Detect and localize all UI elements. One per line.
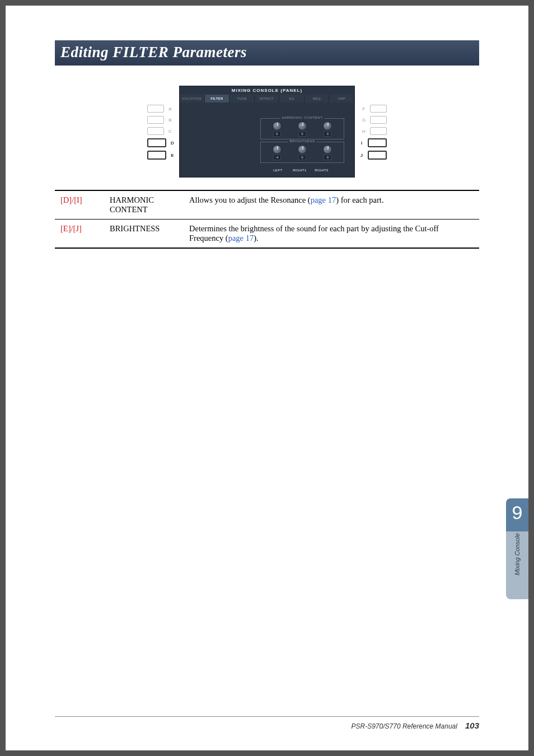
section-title: Editing FILTER Parameters	[55, 40, 479, 66]
panel-button-i: I	[358, 138, 387, 147]
desc-text: ) for each part.	[336, 195, 383, 204]
button-label: C	[167, 129, 174, 134]
button-outline-icon	[147, 138, 166, 147]
knob-value: 0	[324, 131, 331, 137]
panel-button-c: C	[147, 127, 176, 135]
col-label	[245, 169, 267, 172]
col-label: RIGHT1	[289, 169, 311, 172]
knob-icon[interactable]	[298, 122, 307, 130]
knob-cell: 0	[298, 122, 307, 137]
tab-cmp[interactable]: CMP	[329, 95, 354, 102]
col-label	[202, 169, 223, 172]
footer-divider	[55, 716, 479, 717]
table-row: [D]/[I] HARMONIC CONTENT Allows you to a…	[55, 190, 479, 220]
knob-icon[interactable]	[273, 122, 282, 130]
param-key: [D]/[I]	[55, 190, 104, 220]
knob-cell: 0	[323, 122, 332, 137]
button-label: G	[360, 118, 367, 123]
page-link[interactable]: page 17	[228, 234, 254, 242]
panel-button-g: G	[358, 116, 387, 124]
screenshot-figure: A B C D E MIXING CONSOLE (PANEL) VOL/VOI…	[55, 86, 479, 178]
panel-body: HARMONIC CONTENT 0 0 0 BRIGHTNESS -4 0 0	[180, 102, 354, 173]
param-desc: Allows you to adjust the Resonance (page…	[184, 190, 479, 220]
desc-text: Determines the brightness of the sound f…	[189, 224, 439, 242]
parameter-table: [D]/[I] HARMONIC CONTENT Allows you to a…	[55, 190, 479, 249]
knob-cell: 0	[273, 122, 282, 137]
desc-text: Allows you to adjust the Resonance (	[189, 195, 311, 204]
tab-eq[interactable]: EQ	[279, 95, 305, 102]
panel-button-h: H	[358, 127, 387, 135]
tab-vol-voice[interactable]: VOL/VOICE	[180, 95, 205, 102]
button-outline-icon	[147, 105, 164, 113]
col-label	[223, 169, 245, 172]
knob-icon[interactable]	[273, 145, 282, 154]
chapter-label: Mixing Console	[514, 533, 521, 575]
desc-text: ).	[254, 234, 258, 242]
group-title: BRIGHTNESS	[288, 139, 316, 143]
param-name: BRIGHTNESS	[104, 220, 184, 249]
brightness-group: BRIGHTNESS -4 0 0	[260, 142, 344, 163]
tab-meq[interactable]: MEQ	[305, 95, 330, 102]
button-label: E	[169, 153, 176, 158]
harmonic-content-group: HARMONIC CONTENT 0 0 0	[260, 118, 344, 139]
knob-cell: 0	[323, 145, 332, 160]
button-outline-icon	[370, 105, 387, 113]
knob-icon[interactable]	[323, 122, 332, 130]
col-label	[332, 169, 354, 172]
button-outline-icon	[368, 151, 387, 160]
panel-button-j: J	[358, 151, 387, 160]
button-label: F	[360, 106, 367, 111]
button-outline-icon	[147, 151, 166, 160]
param-key: [E]/[J]	[55, 220, 104, 249]
param-name: HARMONIC CONTENT	[104, 190, 184, 220]
panel-button-f: F	[358, 105, 387, 113]
panel-button-d: D	[147, 138, 176, 147]
manual-title: PSR-S970/S770 Reference Manual	[352, 722, 457, 730]
table-row: [E]/[J] BRIGHTNESS Determines the bright…	[55, 220, 479, 249]
col-label: LEFT	[267, 169, 289, 172]
knob-cell: 0	[298, 145, 307, 160]
button-label: B	[167, 118, 174, 123]
mixing-console-screen: MIXING CONSOLE (PANEL) VOL/VOICE FILTER …	[179, 86, 355, 178]
knob-icon[interactable]	[298, 145, 307, 154]
knob-value: 0	[273, 131, 281, 137]
col-label: RIGHT2	[311, 169, 332, 172]
screen-title: MIXING CONSOLE (PANEL)	[180, 86, 354, 93]
tab-row: VOL/VOICE FILTER TUNE EFFECT EQ MEQ CMP	[180, 95, 354, 102]
tab-tune[interactable]: TUNE	[229, 95, 255, 102]
panel-button-b: B	[147, 116, 176, 124]
panel-button-e: E	[147, 151, 176, 160]
button-label: A	[167, 106, 174, 111]
button-outline-icon	[370, 116, 387, 124]
knob-icon[interactable]	[323, 145, 332, 154]
page-footer: PSR-S970/S770 Reference Manual 103	[352, 721, 479, 730]
tab-effect[interactable]: EFFECT	[255, 95, 280, 102]
param-desc: Determines the brightness of the sound f…	[184, 220, 479, 249]
col-label	[180, 169, 202, 172]
page-number: 103	[465, 721, 479, 730]
document-page: Editing FILTER Parameters A B C D E MIXI…	[6, 6, 528, 750]
button-outline-icon	[370, 127, 387, 135]
button-label: D	[169, 141, 176, 146]
button-label: H	[360, 129, 367, 134]
chapter-side-tab: 9 Mixing Console	[506, 498, 528, 599]
button-label: J	[358, 153, 365, 158]
knob-cell: -4	[273, 145, 282, 160]
page-link[interactable]: page 17	[311, 195, 336, 204]
bottom-label-row: LEFT RIGHT1 RIGHT2	[180, 169, 354, 172]
knob-value: -4	[273, 155, 281, 160]
left-button-column: A B C D E	[147, 86, 176, 160]
knob-value: 0	[324, 155, 331, 160]
knob-value: 0	[298, 131, 306, 137]
button-outline-icon	[147, 116, 164, 124]
panel-button-a: A	[147, 105, 176, 113]
right-button-column: F G H I J	[358, 86, 387, 160]
button-label: I	[358, 141, 365, 146]
button-outline-icon	[368, 138, 387, 147]
tab-filter[interactable]: FILTER	[205, 95, 230, 102]
knob-value: 0	[298, 155, 306, 160]
button-outline-icon	[147, 127, 164, 135]
group-title: HARMONIC CONTENT	[280, 116, 325, 119]
chapter-number: 9	[512, 503, 523, 522]
